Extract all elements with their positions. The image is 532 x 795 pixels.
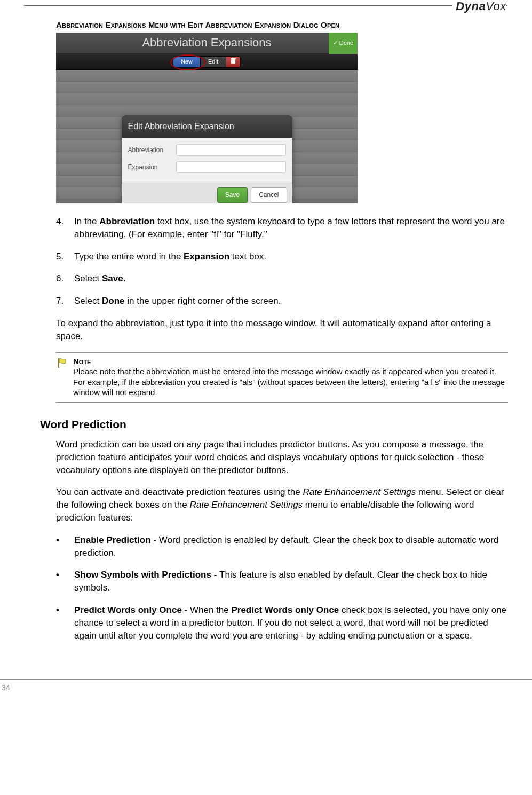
section-heading-word-prediction: Word Prediction [40,416,508,432]
screenshot-header: Abbreviation Expansions ✓ Done [56,33,358,54]
bullet-list: • Enable Prediction - Word prediction is… [56,534,508,642]
abbrev-input[interactable] [176,144,286,156]
expand-paragraph: To expand the abbreviation, just type it… [56,317,508,343]
figure-caption: Abbreviation Expansions Menu with Edit A… [56,19,508,30]
note-text: Please note that the abbreviation must b… [73,366,508,398]
step-6: 6. Select Save. [56,272,508,285]
bullet-enable-prediction: • Enable Prediction - Word prediction is… [56,534,508,560]
note-label: Note [73,356,508,367]
bullet-predict-once: • Predict Words only Once - When the Pre… [56,604,508,642]
list-row [56,82,358,93]
brand-logo: DynaVox. [452,0,508,15]
flag-icon [56,357,68,369]
expansion-input[interactable] [176,161,286,173]
save-button[interactable]: Save [217,187,248,203]
page-number: 34 [2,683,10,692]
edit-abbrev-dialog: Edit Abbreviation Expansion Abbreviation… [122,115,292,203]
wp-paragraph-1: Word prediction can be used on any page … [56,438,508,476]
new-button[interactable]: New [173,56,201,68]
step-7: 7. Select Done in the upper right corner… [56,295,508,308]
cancel-button[interactable]: Cancel [251,187,287,203]
page-footer: 34 [0,679,532,694]
expansion-label: Expansion [128,163,176,172]
screenshot-title: Abbreviation Expansions [142,35,271,51]
list-row [56,93,358,105]
list-row [56,70,358,82]
edit-button[interactable]: Edit [200,56,226,68]
check-icon: ✓ [333,39,338,47]
screenshot-toolbar: New Edit [56,54,358,70]
wp-paragraph-2: You can activate and deactivate predicti… [56,486,508,524]
step-4: 4. In the Abbreviation text box, use the… [56,215,508,241]
abbrev-label: Abbreviation [128,146,176,155]
step-5: 5. Type the entire word in the Expansion… [56,250,508,263]
delete-button[interactable] [226,56,241,68]
screenshot-abbrev-expansions: Abbreviation Expansions ✓ Done New Edit [56,33,358,203]
header-rule: DynaVox. [24,5,508,6]
note-box: Note Please note that the abbreviation m… [56,352,508,403]
dialog-title: Edit Abbreviation Expansion [122,115,292,138]
bullet-show-symbols: • Show Symbols with Predictions - This f… [56,569,508,594]
trash-icon [231,58,236,66]
done-button[interactable]: ✓ Done [329,33,358,54]
step-list: 4. In the Abbreviation text box, use the… [56,215,508,308]
